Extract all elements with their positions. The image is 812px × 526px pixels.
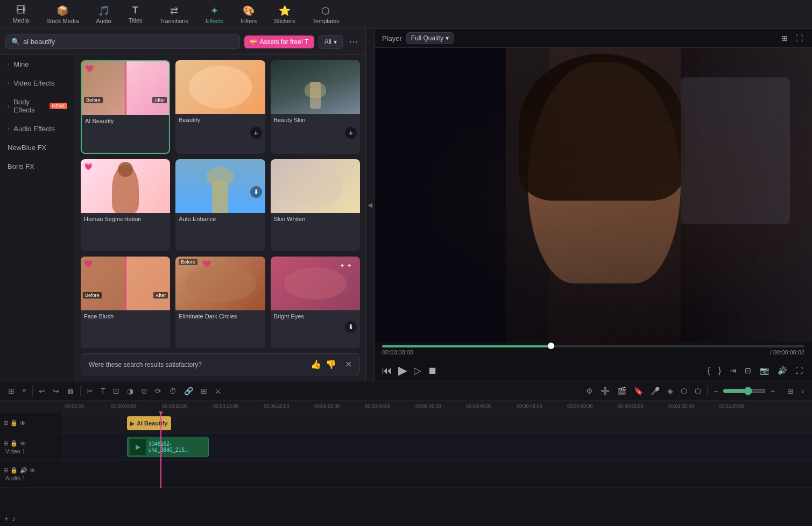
beauty-skin-add-btn[interactable]: +	[345, 127, 357, 139]
audio1-eye-icon[interactable]: 👁	[30, 467, 36, 474]
quality-label: Full Quality	[411, 34, 443, 42]
step-back-button[interactable]: ⏮	[382, 365, 392, 376]
bright-eyes-add-btn[interactable]: ⬇	[345, 321, 357, 333]
zoom-in-button[interactable]: +	[768, 385, 778, 397]
nav-filters[interactable]: 🎨 Filters	[233, 2, 264, 27]
redo-button[interactable]: ↪	[50, 385, 62, 397]
feedback-close-button[interactable]: ✕	[345, 359, 352, 369]
nav-titles[interactable]: T Titles	[121, 2, 150, 27]
nav-stock-media[interactable]: 📦 Stock Media	[39, 2, 87, 27]
nav-templates[interactable]: ⬡ Templates	[305, 2, 347, 27]
progress-thumb[interactable]	[548, 343, 554, 349]
grid-view-button[interactable]: ⊞	[780, 32, 789, 44]
nav-audio[interactable]: 🎵 Audio	[89, 2, 119, 27]
zoom-slider[interactable]	[723, 387, 766, 395]
effect-clip-ai-beautify[interactable]: ▶ AI Beautify	[127, 416, 171, 430]
fullscreen-player-button[interactable]: ⛶	[794, 365, 804, 376]
effect-card-ai-beautify[interactable]: Before After 💗 AI Beautify	[81, 60, 170, 154]
audio1-add-icon[interactable]: ⊞	[3, 467, 8, 474]
link-button[interactable]: 🔗	[181, 385, 196, 397]
sidebar-item-body-effects[interactable]: › Body Effects NEW!	[0, 93, 75, 119]
view-toggle-button[interactable]: ⊞	[785, 385, 796, 397]
effect-card-auto-enhance[interactable]: ⬇ Auto Enhance	[175, 159, 265, 251]
sidebar-item-audio-effects[interactable]: › Audio Effects	[0, 119, 75, 138]
effects-track-add-icon[interactable]: ⊞	[3, 420, 8, 427]
out-point-button[interactable]: }	[717, 365, 723, 376]
video1-eye-icon[interactable]: 👁	[20, 440, 26, 447]
effect-card-dark-circles[interactable]: Before 💗 Eliminate Dark Circles	[175, 257, 265, 348]
delete-button[interactable]: 🗑	[64, 385, 77, 397]
video1-add-icon[interactable]: ⊞	[3, 440, 8, 447]
mask-button[interactable]: ◑	[124, 385, 136, 397]
snapshot-button[interactable]: 📷	[758, 365, 771, 376]
effect-card-beauty-skin[interactable]: + Beauty Skin	[271, 60, 360, 154]
nav-transitions[interactable]: ⇄ Transitions	[152, 2, 196, 27]
sidebar-item-video-effects[interactable]: › Video Effects	[0, 74, 75, 93]
marker-button[interactable]: ◈	[665, 385, 676, 397]
zoom-out-button[interactable]: −	[711, 385, 721, 397]
cut-button[interactable]: ✂	[84, 385, 96, 397]
in-point-button[interactable]: {	[706, 365, 712, 376]
quality-select[interactable]: Full Quality ▾	[406, 32, 454, 44]
scene-detect-button[interactable]: 🎬	[615, 385, 629, 397]
track-container: ⊞ 🔒 👁 ⊞ 🔒 👁 Video 1 ⊞ 🔒 🔊 👁	[0, 401, 812, 526]
magnet-button[interactable]: ⌖	[19, 385, 29, 397]
text-button[interactable]: T	[98, 385, 108, 397]
sidebar-item-newblue-fx[interactable]: NewBlue FX	[0, 138, 75, 157]
undo-button[interactable]: ↩	[36, 385, 48, 397]
timeline-settings-button[interactable]: ⚙	[583, 385, 596, 397]
progress-bar[interactable]	[382, 345, 804, 347]
speed-button[interactable]: ⟳	[152, 385, 164, 397]
beautify-add-btn[interactable]: +	[250, 127, 262, 139]
duration-button[interactable]: ⏱	[166, 385, 179, 397]
video1-lock-icon[interactable]: 🔒	[10, 440, 18, 447]
safe-zone-button[interactable]: ⊡	[743, 365, 753, 376]
effect-card-bright-eyes[interactable]: ✦ ✦ ⬇ Bright Eyes	[271, 257, 360, 348]
copy-button[interactable]: ⊞	[198, 385, 210, 397]
audio1-vol-icon[interactable]: 🔊	[20, 467, 27, 474]
filter-button[interactable]: All ▾	[319, 35, 343, 49]
crop-button[interactable]: ⊡	[110, 385, 122, 397]
add-to-timeline-button[interactable]: ⇥	[728, 365, 738, 376]
templates-icon: ⬡	[321, 5, 330, 17]
play-button[interactable]: ▶	[398, 364, 407, 378]
mark-button[interactable]: 🔖	[631, 385, 646, 397]
add-media-button[interactable]: ➕	[598, 385, 612, 397]
sidebar-item-mine[interactable]: › Mine	[0, 55, 75, 74]
play-range-button[interactable]: ▷	[414, 365, 421, 376]
audio1-lock-icon[interactable]: 🔒	[10, 467, 18, 474]
snap-button[interactable]: ⊞	[5, 385, 17, 397]
nav-stickers[interactable]: ⭐ Stickers	[266, 2, 302, 27]
track-scroll-area[interactable]: 00:00:00 00:00:05:00 00:00:10:00 00:00:1…	[62, 401, 812, 526]
blur-button[interactable]: ⊙	[138, 385, 150, 397]
volume-button[interactable]: 🔊	[776, 365, 788, 376]
effects-track-eye-icon[interactable]: 👁	[20, 420, 26, 427]
more-options-button[interactable]: ›	[799, 385, 807, 397]
effect-card-human-seg[interactable]: 💗 Human Segmentation	[81, 159, 170, 251]
export-frame-button[interactable]: ⬡	[678, 385, 690, 397]
video-clip[interactable]: ▶ 3048162-uhd_3840_216...	[127, 437, 209, 457]
effect-card-face-blush[interactable]: Before After 💗 Face Blush	[81, 257, 170, 348]
audio-button[interactable]: 🎤	[648, 385, 662, 397]
nav-effects[interactable]: ✦ Effects	[198, 2, 231, 27]
detach-button[interactable]: ⚔	[212, 385, 224, 397]
stop-button[interactable]: ⏹	[428, 365, 437, 376]
effects-track-lock-icon[interactable]: 🔒	[10, 420, 18, 427]
effect-card-skin-whiten[interactable]: Skin Whiten	[271, 159, 360, 251]
sidebar-item-boris-fx[interactable]: Boris FX	[0, 157, 75, 176]
more-button[interactable]: ⋯	[347, 34, 360, 49]
nav-media[interactable]: 🎞 Media	[5, 2, 37, 27]
add-audio-track-button[interactable]: ♪	[12, 514, 16, 523]
panel-collapse-button[interactable]: ◀	[366, 29, 375, 381]
assets-button[interactable]: 💝 Assets for free! T	[244, 35, 314, 48]
sidebar-video-effects-label: Video Effects	[13, 79, 54, 87]
before-label: Before	[84, 97, 103, 103]
search-box[interactable]: 🔍	[5, 34, 240, 49]
silence-button[interactable]: ⬡	[692, 385, 704, 397]
add-video-track-button[interactable]: +	[4, 514, 9, 523]
thumbs-down-icon[interactable]: 👎	[326, 359, 336, 369]
thumbs-up-icon[interactable]: 👍	[310, 359, 321, 369]
effect-card-beautify[interactable]: + Beautify	[175, 60, 265, 154]
fullscreen-button[interactable]: ⛶	[794, 32, 804, 44]
search-input[interactable]	[23, 38, 234, 46]
